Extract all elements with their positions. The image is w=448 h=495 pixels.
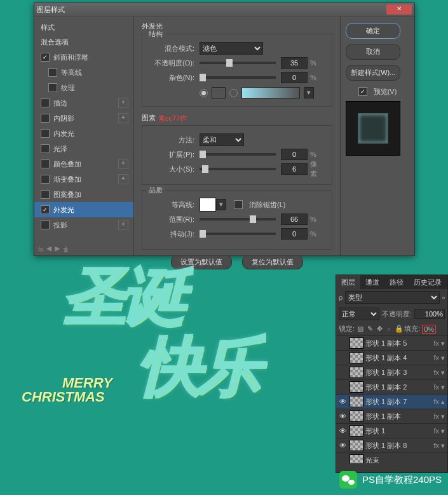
jitter-input[interactable]: 0 bbox=[281, 228, 308, 240]
spread-input[interactable]: 0 bbox=[281, 149, 308, 160]
range-slider[interactable] bbox=[200, 218, 276, 220]
preview-checkbox[interactable] bbox=[358, 87, 367, 96]
layer-row[interactable]: 形状 1 副本 4fx ▾ bbox=[336, 351, 447, 365]
lock-position-icon[interactable]: ✥ bbox=[376, 325, 383, 333]
visibility-icon[interactable]: 👁 bbox=[337, 427, 348, 435]
tab-channels[interactable]: 通道 bbox=[360, 275, 384, 289]
blend-options[interactable]: 混合选项 bbox=[34, 35, 133, 50]
style-satin[interactable]: 光泽 bbox=[34, 141, 133, 156]
lock-artboard-icon[interactable]: ▫ bbox=[385, 325, 393, 333]
style-pattern-overlay[interactable]: 图案叠加 bbox=[34, 187, 133, 202]
blend-mode-select[interactable]: 滤色 bbox=[200, 42, 263, 55]
technique-select[interactable]: 柔和 bbox=[200, 133, 244, 146]
style-stroke[interactable]: 描边+ bbox=[34, 95, 133, 111]
opacity-slider[interactable] bbox=[200, 62, 276, 64]
layer-row[interactable]: 👁形状 1 副本 8fx ▾ bbox=[336, 438, 447, 453]
checkbox-icon[interactable] bbox=[41, 53, 50, 62]
reset-default-button[interactable]: 复位为默认值 bbox=[242, 255, 303, 269]
chevron-down-icon[interactable]: ▾ bbox=[304, 87, 314, 98]
make-default-button[interactable]: 设置为默认值 bbox=[171, 255, 232, 269]
color-swatch[interactable] bbox=[212, 87, 226, 98]
style-outer-glow[interactable]: 外发光 bbox=[34, 202, 133, 217]
noise-slider[interactable] bbox=[200, 76, 276, 79]
filter-icon[interactable]: ▫ bbox=[442, 294, 445, 301]
layer-thumb-icon[interactable] bbox=[350, 367, 363, 378]
fx-icon[interactable]: fx ▾ bbox=[432, 354, 446, 362]
checkbox-icon[interactable] bbox=[41, 205, 50, 214]
visibility-icon[interactable]: 👁 bbox=[337, 412, 348, 420]
checkbox-icon[interactable] bbox=[41, 98, 50, 107]
layer-thumb-icon[interactable] bbox=[350, 440, 363, 451]
tab-history[interactable]: 历史记录 bbox=[409, 275, 447, 289]
checkbox-icon[interactable] bbox=[41, 114, 50, 123]
fx-icon[interactable]: fx ▾ bbox=[432, 427, 446, 435]
checkbox-icon[interactable] bbox=[41, 159, 50, 168]
contour-picker[interactable] bbox=[200, 198, 216, 212]
opacity-value[interactable]: 100% bbox=[414, 309, 445, 319]
checkbox-icon[interactable] bbox=[41, 175, 50, 184]
layer-thumb-icon[interactable] bbox=[350, 396, 363, 407]
fx-icon[interactable]: fx ▴ bbox=[432, 398, 446, 406]
checkbox-icon[interactable] bbox=[41, 220, 50, 229]
layer-list[interactable]: 形状 1 副本 5fx ▾ 形状 1 副本 4fx ▾ 形状 1 副本 3fx … bbox=[336, 336, 447, 463]
checkbox-icon[interactable] bbox=[41, 144, 50, 153]
chevron-down-icon[interactable]: ▾ bbox=[216, 199, 226, 210]
layer-thumb-icon[interactable] bbox=[350, 410, 363, 422]
fx-icon[interactable]: fx ▾ bbox=[432, 442, 446, 450]
layer-row[interactable]: 光束 bbox=[336, 453, 447, 463]
cancel-button[interactable]: 取消 bbox=[346, 44, 400, 60]
layer-row[interactable]: 形状 1 副本 3fx ▾ bbox=[336, 365, 447, 380]
fx-icon[interactable]: fx ▾ bbox=[432, 339, 446, 348]
style-drop-shadow[interactable]: 投影+ bbox=[34, 217, 133, 233]
style-gradient-overlay[interactable]: 渐变叠加+ bbox=[34, 172, 133, 187]
layer-thumb-icon[interactable] bbox=[350, 454, 363, 463]
plus-icon[interactable]: + bbox=[118, 159, 128, 169]
fx-footer[interactable]: fx. ⯇ ⯈ 🗑 bbox=[38, 246, 69, 253]
checkbox-icon[interactable] bbox=[48, 83, 57, 92]
ok-button[interactable]: 确定 bbox=[346, 23, 400, 39]
layer-thumb-icon[interactable] bbox=[350, 425, 363, 437]
fx-icon[interactable]: fx ▾ bbox=[432, 383, 446, 391]
new-style-button[interactable]: 新建样式(W)... bbox=[346, 65, 400, 81]
layer-row[interactable]: 👁形状 1 副本 7fx ▴ bbox=[336, 395, 447, 409]
gradient-picker[interactable] bbox=[241, 87, 300, 98]
size-slider[interactable] bbox=[200, 168, 276, 170]
tab-layers[interactable]: 图层 bbox=[336, 275, 360, 289]
checkbox-icon[interactable] bbox=[48, 68, 57, 77]
fill-value[interactable]: 0% bbox=[422, 325, 436, 334]
gradient-radio[interactable] bbox=[229, 89, 238, 97]
plus-icon[interactable]: + bbox=[118, 113, 128, 123]
styles-header[interactable]: 样式 bbox=[34, 20, 133, 35]
visibility-icon[interactable]: 👁 bbox=[337, 398, 348, 405]
style-inner-glow[interactable]: 内发光 bbox=[34, 126, 133, 141]
layer-row[interactable]: 👁形状 1fx ▾ bbox=[336, 424, 447, 438]
range-input[interactable]: 66 bbox=[281, 214, 308, 225]
jitter-slider[interactable] bbox=[200, 233, 276, 235]
lock-brush-icon[interactable]: ✎ bbox=[366, 325, 374, 333]
layer-row[interactable]: 形状 1 副本 2fx ▾ bbox=[336, 380, 447, 395]
plus-icon[interactable]: + bbox=[118, 98, 128, 108]
fx-icon[interactable]: fx ▾ bbox=[432, 369, 446, 377]
checkbox-icon[interactable] bbox=[41, 190, 50, 199]
layer-row[interactable]: 👁形状 1 副本fx ▾ bbox=[336, 409, 447, 424]
plus-icon[interactable]: + bbox=[118, 174, 128, 184]
plus-icon[interactable]: + bbox=[118, 220, 128, 230]
style-color-overlay[interactable]: 颜色叠加+ bbox=[34, 156, 133, 172]
style-inner-shadow[interactable]: 内阴影+ bbox=[34, 111, 133, 126]
style-texture[interactable]: 纹理 bbox=[34, 80, 133, 95]
size-input[interactable]: 6 bbox=[281, 163, 308, 175]
layer-thumb-icon[interactable] bbox=[350, 381, 363, 393]
checkbox-icon[interactable] bbox=[41, 129, 50, 138]
dialog-titlebar[interactable]: 图层样式 ✕ bbox=[34, 3, 414, 17]
layer-thumb-icon[interactable] bbox=[350, 352, 363, 363]
antialias-checkbox[interactable] bbox=[234, 200, 243, 209]
layer-thumb-icon[interactable] bbox=[350, 337, 363, 349]
style-bevel[interactable]: 斜面和浮雕 bbox=[34, 50, 133, 65]
layer-kind-select[interactable]: 类型 bbox=[345, 291, 440, 304]
style-contour[interactable]: 等高线 bbox=[34, 65, 133, 80]
layer-row[interactable]: 形状 1 副本 5fx ▾ bbox=[336, 336, 447, 351]
visibility-icon[interactable]: 👁 bbox=[337, 442, 348, 449]
fx-icon[interactable]: fx ▾ bbox=[432, 412, 446, 421]
tab-paths[interactable]: 路径 bbox=[384, 275, 409, 289]
spread-slider[interactable] bbox=[200, 153, 276, 156]
